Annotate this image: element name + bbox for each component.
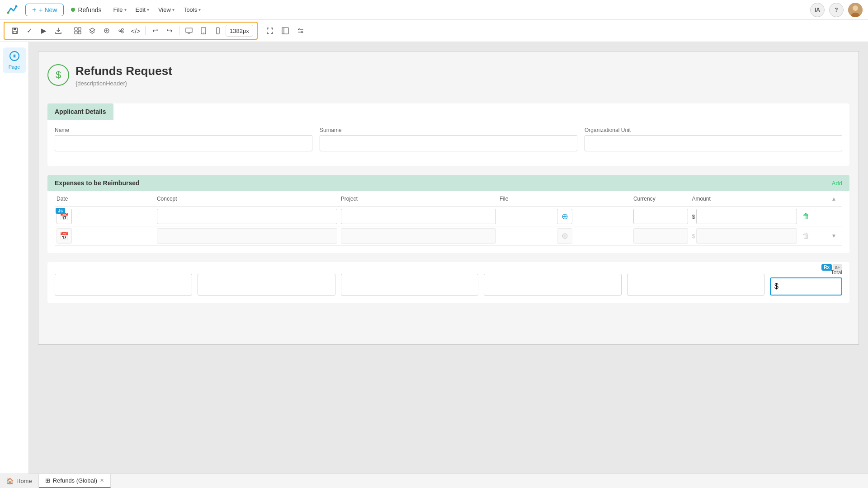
form-title: Refunds Request [75,64,172,78]
refunds-tab-label: Refunds (Global) [53,477,97,484]
add-expense-button[interactable]: Add [832,180,842,187]
amount-input-2[interactable] [696,228,797,244]
concept-cell-2 [155,226,339,246]
help-button[interactable]: ? [829,3,844,17]
name-field: Name [55,127,312,151]
canvas-width-label: 1382px [226,25,253,37]
amount-input-1[interactable] [696,209,797,224]
total-input[interactable]: $ [770,277,842,296]
toolbar-wrapper: ✓ ▶ </> ↩ ↪ [0,20,868,42]
summary-cell-1 [55,274,192,296]
form-title-block: Refunds Request {descriptionHeader} [75,64,172,87]
sidebar-item-page[interactable]: Page [3,47,26,73]
file-upload-2[interactable]: ⊕ [557,228,572,244]
rx-badge: Rx [821,264,832,271]
panel-button[interactable] [278,24,292,38]
surname-input[interactable] [320,135,577,151]
nav-right: IA ? [810,3,863,17]
header-divider [47,96,849,96]
avatar[interactable] [848,3,863,17]
concept-input-2[interactable] [157,228,337,244]
save-button[interactable] [8,24,22,38]
scroll-down-arrow[interactable]: ▼ [827,232,840,240]
ia-button[interactable]: IA [810,3,825,17]
concept-cell-1 [155,207,339,226]
mobile-view-button[interactable] [211,24,225,38]
new-button-label: + New [39,6,57,14]
dollar-sign-1: $ [692,213,695,220]
project-input-2[interactable] [341,228,496,244]
delete-row-2[interactable]: 🗑 [801,232,811,239]
svg-rect-11 [78,31,81,34]
redo-button[interactable]: ↪ [163,24,176,38]
form-icon-circle: $ [47,64,69,86]
play-button[interactable]: ▶ [37,24,51,38]
name-label: Name [55,127,312,133]
code-button[interactable]: </> [129,24,142,38]
home-tab-label: Home [16,478,32,484]
file-upload-1[interactable]: ⊕ [557,209,572,224]
close-tab-button[interactable]: ✕ [100,478,104,483]
currency-cell-2 [632,226,690,246]
expense-table: Date Concept Project File Currency Amoun… [55,191,842,246]
check-button[interactable]: ✓ [23,24,36,38]
delete-row-1[interactable]: 🗑 [801,212,811,220]
file-menu[interactable]: File ▾ [109,5,131,15]
edit-menu[interactable]: Edit ▾ [131,5,154,15]
surname-field: Surname [320,127,577,151]
top-nav: + + New Refunds File ▾ Edit ▾ View ▾ Too… [0,0,868,20]
page-canvas: $ Refunds Request {descriptionHeader} Ap… [38,51,859,345]
applicant-section-title: Applicant Details [47,103,113,120]
amount-cell-1: $ [690,207,798,226]
amount-col-header: Amount [690,191,798,207]
menu-bar: File ▾ Edit ▾ View ▾ Tools ▾ [109,5,206,15]
current-file-label: Refunds [71,6,101,14]
toolbar-right [263,24,307,38]
summary-cell-5 [627,274,764,296]
undo-button[interactable]: ↩ [148,24,162,38]
layers-button[interactable] [85,24,99,38]
date-picker-2[interactable]: 📅 [57,228,72,244]
fit-screen-button[interactable] [263,24,277,38]
components-button[interactable] [71,24,85,38]
new-button[interactable]: + + New [25,4,64,16]
project-input-1[interactable] [341,209,496,224]
org-unit-input[interactable] [585,135,842,151]
tablet-view-button[interactable] [197,24,210,38]
delete-cell-1: 🗑 [799,207,826,226]
svg-point-28 [14,55,15,57]
summary-section: Rx a÷ Total $ [47,262,849,303]
svg-point-18 [203,33,204,33]
tools-menu[interactable]: Tools ▾ [179,5,205,15]
home-tab[interactable]: 🏠 Home [0,474,39,488]
table-row: 📅 [55,226,842,246]
sidebar-item-label: Page [9,64,20,70]
scroll-up-arrow[interactable]: ▲ [827,195,840,203]
export-button[interactable] [52,24,65,38]
total-block: Rx a÷ Total $ [770,269,842,296]
js-badge: Js [56,208,65,214]
date-cell-2: 📅 [55,226,155,246]
app-logo[interactable] [5,3,20,17]
expense-table-body: Js 📅 [55,207,842,246]
refunds-tab[interactable]: ⊞ Refunds (Global) ✕ [39,474,111,488]
summary-cell-3 [341,274,478,296]
column-headers: Date Concept Project File Currency Amoun… [55,191,842,207]
currency-input-2[interactable] [633,228,688,244]
settings-button[interactable] [294,24,307,38]
variables-button[interactable] [100,24,113,38]
desktop-view-button[interactable] [182,24,196,38]
name-input[interactable] [55,135,312,151]
svg-point-25 [301,32,302,33]
logic-button[interactable] [114,24,128,38]
expense-table-head: Date Concept Project File Currency Amoun… [55,191,842,207]
svg-rect-6 [14,28,16,30]
page-icon [9,51,19,63]
currency-input-1[interactable] [633,209,688,224]
concept-input-1[interactable] [157,209,337,224]
delete-cell-2: 🗑 [799,226,826,246]
org-unit-label: Organizational Unit [585,127,842,133]
view-menu[interactable]: View ▾ [154,5,179,15]
expenses-header: Expenses to be Reimbursed Add [47,175,849,191]
table-row: Js 📅 [55,207,842,226]
